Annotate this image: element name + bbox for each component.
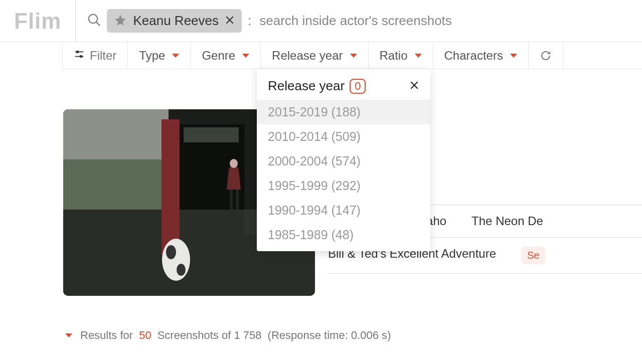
caret-down-icon <box>172 54 179 58</box>
release-year-dropdown: Release year 0 2015-2019 (188) 2010-2014… <box>257 69 430 251</box>
results-prefix: Results for <box>80 329 133 342</box>
dropdown-close-icon[interactable] <box>409 80 419 92</box>
results-mid: Screenshots of 1 758 <box>157 329 262 342</box>
colon-separator: : <box>248 13 251 29</box>
filter-ratio[interactable]: Ratio <box>369 42 433 69</box>
svg-rect-16 <box>230 190 233 210</box>
dropdown-option[interactable]: 2010-2014 (509) <box>257 124 430 149</box>
results-count: 50 <box>139 329 151 342</box>
refresh-button[interactable] <box>529 42 563 69</box>
caret-down-icon <box>350 54 357 58</box>
dropdown-option[interactable]: 2000-2004 (574) <box>257 149 430 173</box>
dropdown-option[interactable]: 1985-1989 (48) <box>257 223 430 247</box>
dropdown-option[interactable]: 2015-2019 (188) <box>257 100 430 124</box>
filter-characters[interactable]: Characters <box>433 42 529 69</box>
svg-point-15 <box>230 159 238 168</box>
filter-characters-label: Characters <box>444 49 503 63</box>
svg-point-7 <box>80 55 82 57</box>
sliders-icon <box>74 49 85 63</box>
filter-type[interactable]: Type <box>128 42 191 69</box>
brand-logo[interactable]: Flim <box>0 9 75 34</box>
filter-label-text: Filter <box>90 49 116 63</box>
search-input[interactable] <box>259 13 520 29</box>
star-icon <box>114 14 127 29</box>
dropdown-option[interactable]: 1995-1999 (292) <box>257 173 430 198</box>
filter-button[interactable]: Filter <box>62 42 128 69</box>
filter-type-label: Type <box>139 49 165 63</box>
caret-down-icon <box>242 54 249 58</box>
svg-rect-17 <box>236 190 239 210</box>
dropdown-count-badge: 0 <box>350 79 366 94</box>
svg-point-0 <box>89 14 98 23</box>
filter-release-year-label: Release year <box>272 49 343 63</box>
caret-down-icon <box>415 54 422 58</box>
dropdown-option[interactable]: 1990-1994 (147) <box>257 198 430 223</box>
results-time: (Response time: 0.006 s) <box>268 329 391 342</box>
svg-line-1 <box>96 22 100 26</box>
filter-ratio-label: Ratio <box>380 49 408 63</box>
svg-point-18 <box>162 239 190 281</box>
search-chip[interactable]: Keanu Reeves <box>107 9 242 33</box>
filter-bar: Filter Type Genre Release year Ratio Cha… <box>62 42 642 69</box>
filter-release-year[interactable]: Release year <box>261 42 368 69</box>
chip-remove-icon[interactable] <box>225 15 235 27</box>
svg-point-6 <box>77 51 79 53</box>
svg-rect-11 <box>63 109 169 159</box>
svg-point-20 <box>177 264 186 276</box>
svg-rect-14 <box>184 127 239 142</box>
search-icon[interactable] <box>87 13 102 30</box>
results-summary: Results for 50 Screenshots of 1 758 (Res… <box>63 329 391 342</box>
filter-genre-label: Genre <box>202 49 235 63</box>
filter-genre[interactable]: Genre <box>191 42 261 69</box>
svg-rect-12 <box>162 119 180 255</box>
caret-down-icon[interactable] <box>65 333 72 337</box>
chip-label: Keanu Reeves <box>133 13 219 29</box>
svg-point-19 <box>166 245 176 259</box>
dropdown-title: Release year <box>268 78 345 94</box>
caret-down-icon <box>510 54 517 58</box>
film-title[interactable]: The Neon De <box>471 214 543 228</box>
see-button[interactable]: Se <box>521 247 545 264</box>
